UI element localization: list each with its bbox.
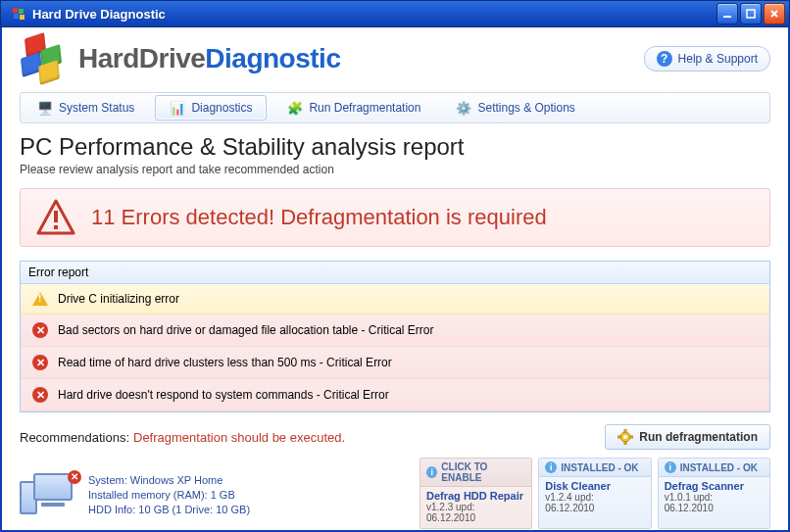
brand-part2: Diagnostic: [205, 43, 340, 73]
svg-rect-12: [617, 436, 620, 438]
alert-text: 11 Errors detected! Defragmentation is r…: [91, 205, 547, 230]
system-ram: Installed memory (RAM): 1 GB: [88, 488, 250, 503]
svg-rect-4: [723, 16, 731, 18]
recommendations-label: Recommendations:: [20, 430, 129, 445]
window-body: HardDriveDiagnostic ? Help & Support 🖥️ …: [0, 27, 790, 532]
run-defrag-label: Run defragmentation: [639, 430, 758, 444]
nav-settings-options[interactable]: ⚙️ Settings & Options: [441, 95, 589, 121]
module-version: v1.0.1 upd: 06.12.2010: [665, 492, 764, 513]
brand-text: HardDriveDiagnostic: [78, 43, 340, 74]
module-name: Defrag Scanner: [665, 480, 764, 492]
module-status: INSTALLED - OK: [680, 462, 758, 473]
module-version: v1.2.3 upd: 06.12.2010: [426, 502, 525, 523]
error-report-list[interactable]: Drive C initializing error ✕ Bad sectors…: [21, 284, 769, 411]
svg-rect-3: [20, 15, 25, 20]
nav-diagnostics[interactable]: 📊 Diagnostics: [155, 95, 267, 121]
svg-rect-2: [14, 14, 19, 19]
svg-rect-7: [54, 225, 58, 229]
help-support-button[interactable]: ? Help & Support: [644, 46, 770, 72]
computer-icon: ✕: [20, 473, 78, 518]
module-card[interactable]: iCLICK TO ENABLE Defrag HDD Repair v1.2.…: [420, 458, 532, 529]
system-hdd: HDD Info: 10 GB (1 Drive: 10 GB): [88, 503, 250, 517]
module-version: v1.2.4 upd: 06.12.2010: [545, 492, 644, 513]
bottom-panel: ✕ System: Windows XP Home Installed memo…: [20, 458, 770, 529]
error-text: Read time of hard drive clusters less th…: [58, 356, 392, 369]
system-os: System: Windows XP Home: [88, 473, 250, 488]
module-status: INSTALLED - OK: [561, 462, 638, 473]
svg-rect-0: [13, 8, 18, 13]
svg-rect-6: [54, 211, 58, 222]
error-row: ✕ Hard drive doesn't respond to system c…: [21, 379, 769, 411]
logo-icon: [20, 33, 71, 84]
main-content: PC Performance & Stability analysis repo…: [2, 123, 788, 530]
help-label: Help & Support: [678, 52, 758, 66]
warning-icon: [32, 292, 48, 306]
help-icon: ?: [657, 51, 672, 67]
chart-icon: 📊: [170, 100, 185, 116]
nav-label: Run Defragmentation: [309, 101, 420, 115]
error-row: Drive C initializing error: [21, 284, 769, 314]
error-text: Drive C initializing error: [58, 292, 179, 306]
error-row: ✕ Read time of hard drive clusters less …: [21, 347, 769, 379]
info-icon: i: [426, 466, 437, 478]
recommendations-text: Defragmentation should be executed.: [133, 430, 605, 445]
run-defragmentation-button[interactable]: Run defragmentation: [605, 424, 770, 450]
modules-list: iCLICK TO ENABLE Defrag HDD Repair v1.2.…: [420, 458, 770, 529]
svg-rect-5: [747, 10, 755, 18]
error-icon: ✕: [32, 355, 48, 370]
error-text: Hard drive doesn't respond to system com…: [58, 388, 389, 402]
system-info: ✕ System: Windows XP Home Installed memo…: [20, 458, 412, 529]
error-report-header: Error report: [21, 262, 769, 284]
nav-run-defragmentation[interactable]: 🧩 Run Defragmentation: [272, 95, 435, 121]
module-name: Disk Cleaner: [545, 480, 644, 492]
titlebar: Hard Drive Diagnostic: [0, 0, 790, 27]
svg-rect-10: [624, 429, 626, 432]
svg-rect-1: [19, 9, 24, 14]
module-status: CLICK TO ENABLE: [441, 461, 525, 483]
nav-system-status[interactable]: 🖥️ System Status: [23, 95, 149, 121]
error-icon: ✕: [32, 322, 48, 338]
page-subtitle: Please review analysis report and take r…: [20, 163, 770, 176]
nav-label: System Status: [59, 101, 134, 115]
error-text: Bad sectors on hard drive or damaged fil…: [58, 323, 434, 337]
module-card[interactable]: iINSTALLED - OK Defrag Scanner v1.0.1 up…: [658, 458, 770, 529]
monitor-icon: 🖥️: [37, 100, 53, 116]
module-card[interactable]: iINSTALLED - OK Disk Cleaner v1.2.4 upd:…: [538, 458, 651, 529]
minimize-button[interactable]: [716, 3, 738, 24]
page-title: PC Performance & Stability analysis repo…: [20, 133, 770, 161]
recommendations-row: Recommendations: Defragmentation should …: [20, 424, 770, 450]
module-name: Defrag HDD Repair: [426, 490, 525, 502]
warning-triangle-icon: [36, 199, 75, 236]
info-icon: i: [665, 461, 676, 473]
svg-rect-13: [630, 436, 633, 438]
gear-icon: ⚙️: [456, 100, 471, 116]
svg-rect-11: [624, 442, 626, 445]
error-report-panel: Error report Drive C initializing error …: [20, 261, 770, 412]
error-badge-icon: ✕: [68, 470, 81, 484]
nav-label: Settings & Options: [477, 101, 574, 115]
defrag-icon: 🧩: [287, 100, 303, 116]
maximize-button[interactable]: [740, 3, 762, 24]
header: HardDriveDiagnostic ? Help & Support: [2, 27, 788, 84]
brand-part1: HardDrive: [78, 43, 205, 73]
close-button[interactable]: [764, 3, 785, 24]
gear-icon: [617, 429, 633, 445]
info-icon: i: [545, 461, 557, 473]
window-title: Hard Drive Diagnostic: [32, 7, 715, 22]
error-alert-banner: 11 Errors detected! Defragmentation is r…: [20, 188, 770, 247]
svg-point-9: [623, 435, 627, 439]
error-row: ✕ Bad sectors on hard drive or damaged f…: [21, 314, 769, 347]
error-icon: ✕: [32, 387, 48, 403]
app-icon: [11, 6, 26, 22]
nav-tabs: 🖥️ System Status 📊 Diagnostics 🧩 Run Def…: [20, 92, 770, 123]
nav-label: Diagnostics: [191, 101, 252, 115]
